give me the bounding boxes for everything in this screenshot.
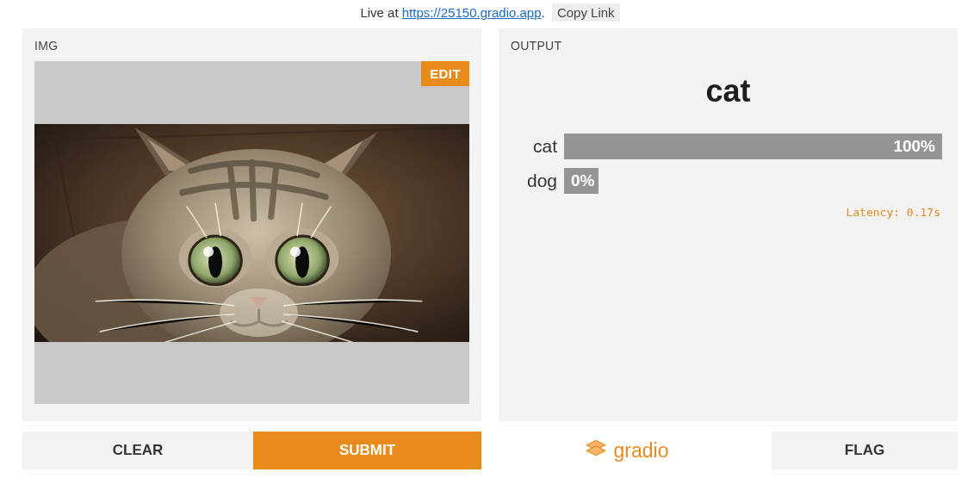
class-label: cat (514, 136, 557, 157)
input-panel: IMG EDIT (22, 28, 481, 421)
output-panel: OUTPUT cat cat 100% dog 0% Latency: 0.17… (499, 28, 958, 421)
confidence-bar-fill: 100% (564, 134, 942, 159)
confidence-value: 0% (571, 171, 594, 190)
uploaded-image (34, 124, 469, 342)
output-label: OUTPUT (511, 39, 946, 53)
live-suffix: . (542, 5, 545, 20)
copy-link-button[interactable]: Copy Link (552, 3, 620, 22)
confidence-row: dog 0% (511, 168, 946, 194)
live-prefix: Live at (360, 5, 401, 20)
gradio-brand[interactable]: gradio (481, 432, 772, 469)
edit-button[interactable]: EDIT (421, 61, 469, 86)
gradio-brand-text: gradio (614, 439, 669, 463)
class-label: dog (514, 171, 557, 191)
input-label: IMG (34, 39, 469, 53)
share-url-link[interactable]: https://25150.gradio.app (402, 5, 542, 20)
latency-text: Latency: 0.17s (511, 206, 946, 219)
flag-button[interactable]: FLAG (772, 432, 958, 469)
clear-button[interactable]: CLEAR (22, 432, 253, 469)
confidence-bar-track: 100% (564, 134, 942, 159)
confidence-bar-fill: 0% (564, 168, 599, 194)
topbar: Live at https://25150.gradio.app. Copy L… (0, 0, 980, 28)
confidence-value: 100% (893, 137, 935, 156)
svg-point-12 (203, 246, 214, 257)
submit-button[interactable]: SUBMIT (253, 432, 481, 469)
confidence-bar-track: 0% (564, 168, 942, 194)
input-image[interactable]: EDIT (34, 61, 469, 404)
confidence-row: cat 100% (511, 134, 946, 159)
top-class: cat (511, 73, 946, 109)
svg-point-16 (220, 288, 298, 337)
gradio-logo-icon (585, 437, 607, 464)
svg-point-13 (290, 246, 301, 257)
